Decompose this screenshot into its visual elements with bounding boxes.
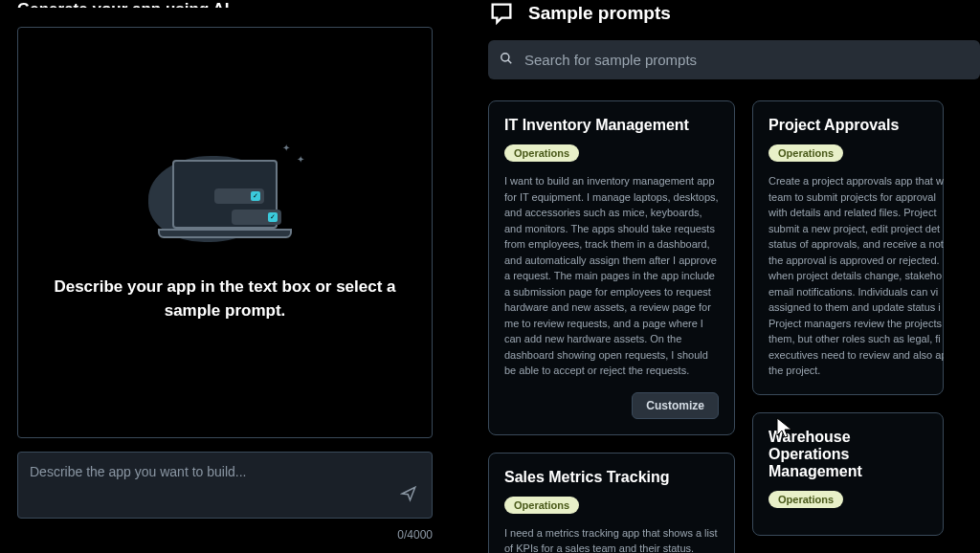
operations-badge: Operations [768,491,843,508]
search-input[interactable] [488,40,980,79]
operations-badge: Operations [504,144,579,162]
send-button[interactable] [396,481,421,509]
sample-card-project-approvals[interactable]: Project Approvals Operations Create a pr… [752,100,944,395]
operations-badge: Operations [504,497,579,514]
sample-card-it-inventory[interactable]: IT Inventory Management Operations I wan… [488,100,735,435]
instruction-text: Describe your app in the text box or sel… [53,275,397,323]
card-title: Sales Metrics Tracking [504,469,719,486]
page-title: Generate your app using AI [17,0,433,8]
prompt-input[interactable] [17,452,433,519]
illustration-panel: ✦ ✦ ✓ ✓ Describe your app in the text bo… [17,27,433,438]
card-description: Create a project approvals app that w te… [768,173,927,379]
chat-bubble-icon: ✓ [214,188,264,204]
operations-badge: Operations [768,144,843,162]
cursor-icon [775,416,794,439]
card-title: IT Inventory Management [504,117,719,134]
chat-bubble-icon: ✓ [232,210,281,225]
sparkle-icon: ✦ [297,154,304,165]
card-description: I want to build an inventory management … [504,173,719,379]
sample-prompts-title: Sample prompts [528,3,671,24]
speech-bubble-icon [488,0,515,27]
card-title: Project Approvals [768,117,927,134]
sparkle-icon: ✦ [282,143,290,153]
svg-point-0 [501,53,509,60]
send-icon [400,485,417,502]
svg-line-1 [508,59,512,63]
char-counter: 0/4000 [17,528,433,542]
customize-button[interactable]: Customize [632,392,719,419]
search-icon [500,52,513,69]
card-description: I need a metrics tracking app that shows… [504,525,719,554]
laptop-illustration: ✦ ✦ ✓ ✓ [139,143,311,257]
sample-card-sales-metrics[interactable]: Sales Metrics Tracking Operations I need… [488,453,735,554]
